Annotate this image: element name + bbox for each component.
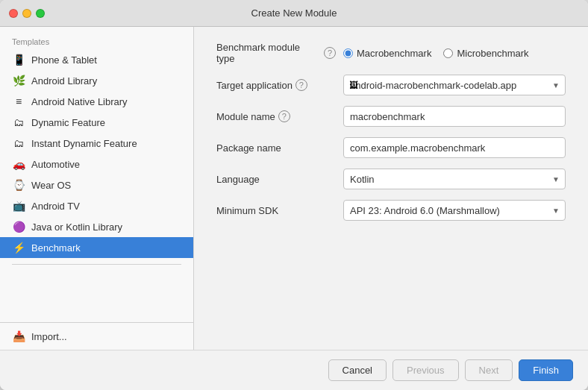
sidebar-item-label: Android Native Library [31,96,128,107]
sidebar-footer: 📥 Import... [0,322,193,350]
next-button[interactable]: Next [465,359,513,381]
sidebar-item-label: Java or Kotlin Library [31,221,122,233]
dialog-title: Create New Module [251,7,337,19]
instant-dynamic-feature-icon: 🗂 [12,136,25,150]
module-type-radio-group: Macrobenchmark Microbenchmark [343,48,566,59]
minimum-sdk-row: Minimum SDK API 23: Android 6.0 (Marshma… [216,200,566,221]
module-name-label: Module name ? [216,110,336,122]
sidebar-item-dynamic-feature[interactable]: 🗂 Dynamic Feature [0,112,193,133]
language-row: Language KotlinJava ▼ [216,169,566,189]
macrobenchmark-radio[interactable] [343,48,353,58]
sidebar-item-label: Android TV [31,201,80,212]
previous-button[interactable]: Previous [392,359,459,381]
sidebar-section-label: Templates [0,33,193,49]
dynamic-feature-icon: 🗂 [12,116,25,129]
cancel-button[interactable]: Cancel [328,359,387,381]
phone-tablet-icon: 📱 [12,53,25,66]
native-library-icon: ≡ [12,95,25,108]
android-library-icon: 🌿 [12,74,25,87]
sidebar-item-label: Wear OS [31,180,71,191]
language-select[interactable]: KotlinJava [343,169,566,189]
target-application-help-icon[interactable]: ? [295,79,307,91]
sidebar: Templates 📱 Phone & Tablet 🌿 Android Lib… [0,27,194,350]
sidebar-item-label: Automotive [31,159,80,170]
sidebar-item-wear-os[interactable]: ⌚ Wear OS [0,174,193,195]
package-name-row: Package name [216,137,566,158]
microbenchmark-option[interactable]: Microbenchmark [443,48,528,59]
minimum-sdk-dropdown-wrapper: API 23: Android 6.0 (Marshmallow)API 24:… [343,200,566,221]
android-tv-icon: 📺 [12,199,25,213]
target-application-row: Target application ? 🖼 android-macrobenc… [216,75,566,95]
sidebar-item-benchmark[interactable]: ⚡ Benchmark [0,237,193,258]
sidebar-divider [12,264,181,265]
module-name-field [343,106,566,127]
module-name-help-icon[interactable]: ? [278,110,290,122]
benchmark-module-type-help-icon[interactable]: ? [324,47,336,59]
package-name-input[interactable] [343,137,566,158]
dialog-body: Templates 📱 Phone & Tablet 🌿 Android Lib… [0,27,588,350]
minimum-sdk-select[interactable]: API 23: Android 6.0 (Marshmallow)API 24:… [343,200,566,221]
sidebar-item-label: Import... [31,331,67,342]
create-new-module-dialog: Create New Module Templates 📱 Phone & Ta… [0,0,588,390]
sidebar-item-label: Benchmark [31,242,81,254]
close-button[interactable] [9,9,18,18]
sidebar-item-label: Instant Dynamic Feature [31,138,137,149]
module-name-row: Module name ? [216,106,566,127]
sidebar-item-label: Android Library [31,75,97,87]
main-content: Benchmark module type ? Macrobenchmark M… [194,27,588,350]
sidebar-item-import[interactable]: 📥 Import... [0,326,193,347]
module-name-input[interactable] [343,106,566,127]
target-application-dropdown-wrapper: 🖼 android-macrobenchmark-codelab.app ▼ [343,75,566,95]
target-application-label: Target application ? [216,79,336,91]
sidebar-item-automotive[interactable]: 🚗 Automotive [0,154,193,174]
sidebar-item-label: Dynamic Feature [31,117,105,128]
package-name-field [343,137,566,158]
title-bar: Create New Module [0,0,588,27]
sidebar-item-phone-tablet[interactable]: 📱 Phone & Tablet [0,49,193,70]
benchmark-module-type-label: Benchmark module type ? [216,42,336,64]
minimize-button[interactable] [22,9,31,18]
microbenchmark-radio[interactable] [443,48,453,58]
language-dropdown-wrapper: KotlinJava ▼ [343,169,566,189]
target-application-select[interactable]: android-macrobenchmark-codelab.app [343,75,566,95]
dialog-footer: Cancel Previous Next Finish [0,350,588,390]
sidebar-item-android-library[interactable]: 🌿 Android Library [0,70,193,91]
language-label: Language [216,174,336,185]
sidebar-item-label: Phone & Tablet [31,54,97,66]
benchmark-icon: ⚡ [12,241,25,254]
macrobenchmark-option[interactable]: Macrobenchmark [343,48,431,59]
sidebar-item-java-kotlin-library[interactable]: 🟣 Java or Kotlin Library [0,216,193,237]
minimum-sdk-label: Minimum SDK [216,205,336,216]
sidebar-item-instant-dynamic-feature[interactable]: 🗂 Instant Dynamic Feature [0,133,193,154]
benchmark-module-type-row: Benchmark module type ? Macrobenchmark M… [216,42,566,64]
package-name-label: Package name [216,142,336,154]
maximize-button[interactable] [36,9,45,18]
finish-button[interactable]: Finish [519,359,573,381]
window-controls [9,9,45,18]
java-kotlin-library-icon: 🟣 [12,220,25,233]
import-icon: 📥 [12,330,25,343]
wear-os-icon: ⌚ [12,178,25,192]
automotive-icon: 🚗 [12,157,25,171]
sidebar-item-android-tv[interactable]: 📺 Android TV [0,195,193,216]
sidebar-item-android-native-library[interactable]: ≡ Android Native Library [0,91,193,112]
